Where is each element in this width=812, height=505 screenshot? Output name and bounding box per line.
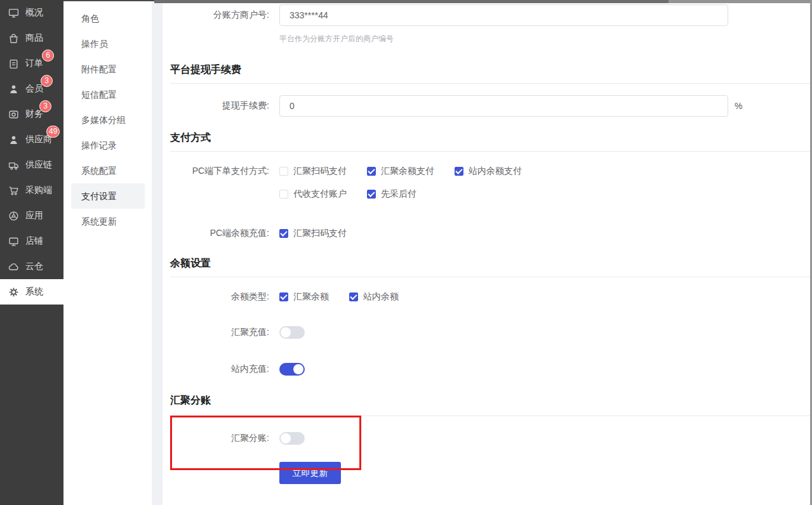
checkbox-icon xyxy=(367,167,376,176)
sidebar-item-goods[interactable]: 商品 xyxy=(0,25,63,51)
sidebar-item-label: 应用 xyxy=(25,210,43,221)
gear-icon xyxy=(8,287,19,298)
menu-item-attachment-config[interactable]: 附件配置 xyxy=(71,56,145,82)
withdraw-fee-input[interactable] xyxy=(279,95,728,117)
menu-item-system-config[interactable]: 系统配置 xyxy=(71,158,145,183)
system-submenu: 角色 操作员 附件配置 短信配置 多媒体分组 操作记录 系统配置 支付设置 系统… xyxy=(63,0,152,505)
section-title-payment-methods: 支付方式 xyxy=(170,131,811,144)
merchant-number-help: 平台作为分账方开户后的商户编号 xyxy=(279,34,811,44)
site-recharge-toggle[interactable] xyxy=(279,363,305,376)
bag-icon xyxy=(8,33,19,44)
checkbox-icon xyxy=(279,190,288,199)
divider xyxy=(170,151,811,152)
sidebar-item-suppliers[interactable]: 供应商 49 xyxy=(0,127,63,152)
checkbox-icon xyxy=(455,167,463,176)
checkbox-collection-account[interactable]: 代收支付账户 xyxy=(279,188,347,200)
checkbox-icon xyxy=(349,292,358,301)
section-title-withdraw-fee: 平台提现手续费 xyxy=(170,63,811,76)
merchant-number-label: 分账方商户号: xyxy=(170,10,279,21)
finance-icon xyxy=(8,109,19,120)
checkbox-buy-first-pay-later[interactable]: 先采后付 xyxy=(367,188,416,200)
monitor-icon xyxy=(8,8,19,18)
apps-icon xyxy=(8,211,19,221)
site-recharge-row: 站内充值: xyxy=(170,363,811,376)
sidebar-item-label: 云仓 xyxy=(25,261,43,272)
balance-type-row: 余额类型: 汇聚余额 站内余额 xyxy=(170,291,811,303)
sidebar-item-orders[interactable]: 订单 6 xyxy=(0,51,63,76)
checkbox-juhe-balance[interactable]: 汇聚余额 xyxy=(279,291,329,303)
divider xyxy=(170,416,811,416)
truck-icon xyxy=(8,160,19,171)
sidebar-item-label: 概况 xyxy=(25,7,43,18)
withdraw-fee-row: 提现手续费: % xyxy=(170,95,811,117)
juhe-split-toggle[interactable] xyxy=(279,432,305,445)
cart-icon xyxy=(8,185,19,196)
menu-item-payment-settings[interactable]: 支付设置 xyxy=(71,183,145,209)
section-title-balance: 余额设置 xyxy=(170,256,811,270)
sidebar-item-procurement[interactable]: 采购端 xyxy=(0,178,63,203)
menu-item-media-groups[interactable]: 多媒体分组 xyxy=(71,107,145,133)
update-now-button[interactable]: 立即更新 xyxy=(279,462,341,484)
sidebar-item-apps[interactable]: 应用 xyxy=(0,203,63,228)
toggle-knob xyxy=(281,433,291,443)
supplier-icon xyxy=(8,134,19,145)
top-scrollbar-track[interactable] xyxy=(669,0,812,3)
checkbox-icon xyxy=(279,167,288,176)
sidebar-item-supply-chain[interactable]: 供应链 xyxy=(0,152,63,178)
sidebar-item-label: 供应链 xyxy=(25,159,52,171)
checkbox-icon xyxy=(279,229,288,238)
sidebar-item-system[interactable]: 系统 xyxy=(0,279,63,305)
percent-unit: % xyxy=(735,101,742,111)
finance-badge: 3 xyxy=(39,100,51,112)
checkbox-site-balance[interactable]: 站内余额 xyxy=(349,291,399,303)
juhe-split-row: 汇聚分账: xyxy=(170,432,811,445)
suppliers-badge: 49 xyxy=(46,126,60,138)
payment-settings-form: 分账方商户号: 平台作为分账方开户后的商户编号 平台提现手续费 提现手续费: %… xyxy=(163,3,811,505)
members-badge: 3 xyxy=(41,75,53,87)
sidebar-item-members[interactable]: 会员 3 xyxy=(0,76,63,102)
checkbox-icon xyxy=(279,292,288,301)
menu-item-operation-log[interactable]: 操作记录 xyxy=(71,133,145,158)
checkbox-juhe-balance-pay[interactable]: 汇聚余额支付 xyxy=(367,166,434,177)
pc-recharge-label: PC端余额充值: xyxy=(170,228,279,239)
sidebar-item-overview[interactable]: 概况 xyxy=(0,0,63,25)
site-recharge-label: 站内充值: xyxy=(170,364,279,375)
sidebar-item-cloud-warehouse[interactable]: 云仓 xyxy=(0,254,63,279)
balance-type-label: 余额类型: xyxy=(170,291,279,303)
admin-page: 概况 商品 订单 6 会员 3 财务 3 xyxy=(0,0,812,505)
juhe-split-label: 汇聚分账: xyxy=(170,433,279,444)
withdraw-fee-label: 提现手续费: xyxy=(170,100,279,112)
primary-sidebar: 概况 商品 订单 6 会员 3 财务 3 xyxy=(0,0,63,505)
sidebar-item-shops[interactable]: 店铺 xyxy=(0,228,63,254)
merchant-number-row: 分账方商户号: xyxy=(170,4,811,26)
sidebar-item-label: 系统 xyxy=(25,286,43,298)
toggle-knob xyxy=(293,364,303,374)
order-icon xyxy=(8,58,19,69)
panel-gap xyxy=(152,0,163,505)
shop-icon xyxy=(8,236,19,247)
menu-item-operators[interactable]: 操作员 xyxy=(71,31,145,56)
divider xyxy=(170,83,811,84)
juhe-recharge-row: 汇聚充值: xyxy=(170,326,811,339)
menu-item-roles[interactable]: 角色 xyxy=(71,6,145,31)
orders-badge: 6 xyxy=(42,49,54,62)
toggle-knob xyxy=(281,327,291,338)
sidebar-item-label: 会员 xyxy=(25,83,43,95)
pc-order-payment-row-1: PC端下单支付方式: 汇聚扫码支付 汇聚余额支付 站内余额支付 xyxy=(170,166,811,177)
juhe-recharge-toggle[interactable] xyxy=(279,326,305,339)
cloud-icon xyxy=(8,261,19,272)
sidebar-item-label: 订单 xyxy=(25,58,43,69)
divider xyxy=(170,277,811,277)
checkbox-site-balance-pay[interactable]: 站内余额支付 xyxy=(455,166,522,177)
sidebar-item-finance[interactable]: 财务 3 xyxy=(0,102,63,127)
merchant-number-input[interactable] xyxy=(279,4,728,26)
checkbox-icon xyxy=(367,190,376,199)
checkbox-juhe-scan-pay[interactable]: 汇聚扫码支付 xyxy=(279,166,347,177)
checkbox-recharge-juhe-scan[interactable]: 汇聚扫码支付 xyxy=(279,228,347,239)
menu-item-sms-config[interactable]: 短信配置 xyxy=(71,82,145,107)
juhe-recharge-label: 汇聚充值: xyxy=(170,327,279,338)
menu-item-system-update[interactable]: 系统更新 xyxy=(71,209,145,234)
pc-recharge-row: PC端余额充值: 汇聚扫码支付 xyxy=(170,228,811,239)
member-icon xyxy=(8,84,19,95)
top-scrollbar-thumb[interactable] xyxy=(154,0,669,3)
